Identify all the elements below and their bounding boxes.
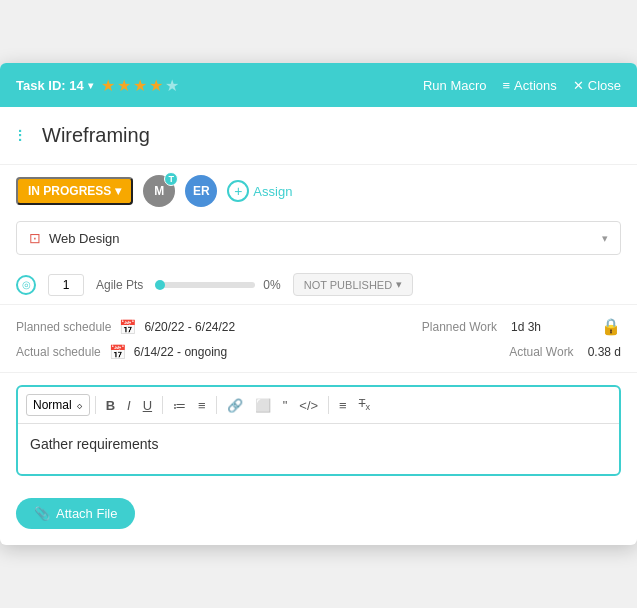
planned-work-label: Planned Work xyxy=(422,320,497,334)
unordered-list-button[interactable]: ≡ xyxy=(193,394,211,417)
planned-cal-icon: 📅 xyxy=(119,319,136,335)
avatar-er[interactable]: ER xyxy=(185,175,217,207)
header-left: Task ID: 14 ▾ ★ ★ ★ ★ ★ xyxy=(16,76,179,95)
actual-schedule-label: Actual schedule xyxy=(16,345,101,359)
status-row: IN PROGRESS ▾ M T ER + Assign xyxy=(0,165,637,217)
format-select[interactable]: Normal ⬦ xyxy=(26,394,90,416)
progress-bar[interactable] xyxy=(155,282,255,288)
underline-button[interactable]: U xyxy=(138,394,157,417)
toolbar-sep-1 xyxy=(95,396,96,414)
modal-header: Task ID: 14 ▾ ★ ★ ★ ★ ★ Run Macro ≡ Acti… xyxy=(0,63,637,107)
code-button[interactable]: </> xyxy=(294,394,323,417)
project-name: Web Design xyxy=(49,231,120,246)
actual-cal-icon: 📅 xyxy=(109,344,126,360)
toolbar-sep-4 xyxy=(328,396,329,414)
status-badge[interactable]: IN PROGRESS ▾ xyxy=(16,177,133,205)
star-rating[interactable]: ★ ★ ★ ★ ★ xyxy=(101,76,179,95)
clear-format-button[interactable]: Tx xyxy=(354,393,375,416)
toolbar-sep-3 xyxy=(216,396,217,414)
project-chevron-icon: ▾ xyxy=(602,232,608,245)
header-right: Run Macro ≡ Actions ✕ Close xyxy=(423,78,621,93)
title-row: ⫶ xyxy=(0,107,637,165)
actual-work-value: 0.38 d xyxy=(588,345,621,359)
assign-button[interactable]: + Assign xyxy=(227,180,292,202)
project-row: ⊡ Web Design ▾ xyxy=(0,217,637,265)
schedule-section: Planned schedule 📅 6/20/22 - 6/24/22 Pla… xyxy=(0,305,637,373)
ordered-list-button[interactable]: ≔ xyxy=(168,394,191,417)
avatar-m[interactable]: M T xyxy=(143,175,175,207)
agile-label: Agile Pts xyxy=(96,278,143,292)
lock-icon[interactable]: 🔒 xyxy=(601,317,621,336)
project-select[interactable]: ⊡ Web Design ▾ xyxy=(16,221,621,255)
list-icon[interactable]: ⫶ xyxy=(16,125,25,146)
actions-button[interactable]: ≡ Actions xyxy=(503,78,557,93)
attach-icon: 📎 xyxy=(34,506,50,521)
task-id[interactable]: Task ID: 14 ▾ xyxy=(16,78,93,93)
editor-toolbar: Normal ⬦ B I U ≔ ≡ 🔗 ⬜ " </> ≡ Tx xyxy=(18,387,619,423)
assign-circle-icon: + xyxy=(227,180,249,202)
progress-pct: 0% xyxy=(263,278,280,292)
planned-work-value: 1d 3h xyxy=(511,320,541,334)
image-button[interactable]: ⬜ xyxy=(250,394,276,417)
editor-body[interactable]: Gather requirements xyxy=(18,424,619,474)
run-macro-button[interactable]: Run Macro xyxy=(423,78,487,93)
bold-button[interactable]: B xyxy=(101,394,120,417)
task-modal: Task ID: 14 ▾ ★ ★ ★ ★ ★ Run Macro ≡ Acti… xyxy=(0,63,637,544)
quote-button[interactable]: " xyxy=(278,394,293,417)
progress-container: 0% xyxy=(155,278,280,292)
planned-schedule-label: Planned schedule xyxy=(16,320,111,334)
link-button[interactable]: 🔗 xyxy=(222,394,248,417)
not-published-button[interactable]: NOT PUBLISHED ▾ xyxy=(293,273,413,296)
italic-button[interactable]: I xyxy=(122,394,136,417)
attach-file-button[interactable]: 📎 Attach File xyxy=(16,498,135,529)
agile-pts-input[interactable] xyxy=(48,274,84,296)
actual-work-label: Actual Work xyxy=(509,345,573,359)
editor-section: Normal ⬦ B I U ≔ ≡ 🔗 ⬜ " </> ≡ Tx Gather… xyxy=(16,385,621,475)
modal-footer: 📎 Attach File xyxy=(0,488,637,545)
actual-schedule-row: Actual schedule 📅 6/14/22 - ongoing Actu… xyxy=(16,344,621,360)
align-button[interactable]: ≡ xyxy=(334,394,352,417)
progress-handle[interactable] xyxy=(155,280,165,290)
toolbar-sep-2 xyxy=(162,396,163,414)
close-button[interactable]: ✕ Close xyxy=(573,78,621,93)
planned-dates: 6/20/22 - 6/24/22 xyxy=(144,320,235,334)
planned-schedule-row: Planned schedule 📅 6/20/22 - 6/24/22 Pla… xyxy=(16,317,621,336)
project-icon: ⊡ xyxy=(29,230,41,246)
agile-circle-icon: ◎ xyxy=(16,275,36,295)
actual-dates: 6/14/22 - ongoing xyxy=(134,345,227,359)
agile-row: ◎ Agile Pts 0% NOT PUBLISHED ▾ xyxy=(0,265,637,305)
avatar-badge-t: T xyxy=(164,172,178,186)
task-title-input[interactable] xyxy=(33,119,621,152)
